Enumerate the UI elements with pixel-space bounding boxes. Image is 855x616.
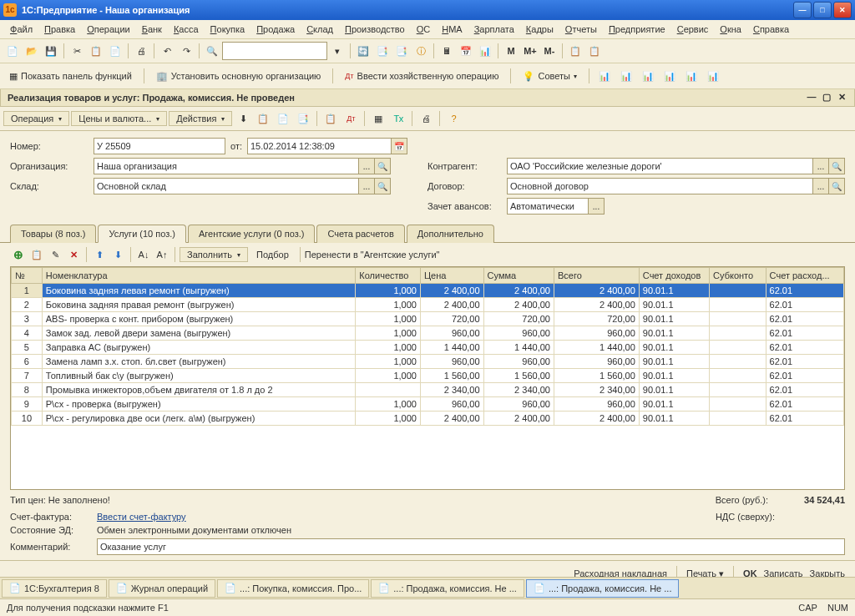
operation-dropdown[interactable]: Операция (3, 111, 69, 126)
task-item[interactable]: 📄...: Продажа, комиссия. Не ... (371, 579, 524, 598)
warehouse-select-button[interactable]: ... (359, 178, 375, 194)
task1-icon[interactable]: 📋 (566, 42, 584, 60)
open-icon[interactable]: 📂 (23, 42, 41, 60)
menu-правка[interactable]: Правка (39, 22, 80, 37)
menu-кадры[interactable]: Кадры (521, 22, 559, 37)
grid[interactable]: №НоменклатураКоличествоЦенаСуммаВсегоСче… (10, 266, 845, 490)
delete-row-button[interactable]: ✕ (65, 246, 82, 263)
doc-post-icon[interactable]: ⬇ (234, 109, 252, 128)
sort-desc-button[interactable]: A↑ (154, 246, 170, 263)
doc-struct-icon[interactable]: ▦ (369, 109, 387, 128)
menu-касса[interactable]: Касса (169, 22, 204, 37)
search-icon[interactable]: 🔍 (203, 42, 221, 60)
col-1[interactable]: Номенклатура (42, 268, 356, 284)
menu-сервис[interactable]: Сервис (672, 22, 714, 37)
menu-файл[interactable]: Файл (5, 22, 38, 37)
sort-asc-button[interactable]: A↓ (135, 246, 152, 263)
menu-производство[interactable]: Производство (340, 22, 410, 37)
col-4[interactable]: Сумма (483, 268, 554, 284)
task-item[interactable]: 📄...: Продажа, комиссия. Не ... (526, 579, 680, 598)
contract-field[interactable]: Основной договор (507, 178, 813, 194)
tab-3[interactable]: Счета расчетов (316, 225, 404, 243)
save-icon[interactable]: 💾 (42, 42, 60, 60)
tab-1[interactable]: Услуги (10 поз.) (98, 225, 186, 243)
doc-write-icon[interactable]: 📋 (254, 109, 272, 128)
col-0[interactable]: № (12, 268, 43, 284)
invoice-link[interactable]: Ввести счет-фактуру (97, 512, 186, 522)
tbx5-icon[interactable]: 📊 (682, 67, 701, 85)
redo-icon[interactable]: ↷ (177, 42, 195, 60)
undo-icon[interactable]: ↶ (158, 42, 176, 60)
menu-предприятие[interactable]: Предприятие (604, 22, 670, 37)
warehouse-open-button[interactable]: 🔍 (375, 178, 391, 194)
comment-field[interactable]: Оказание услуг (97, 538, 845, 555)
table-row[interactable]: 5Заправка АС (выгружен)1,0001 440,001 44… (12, 341, 844, 355)
actions-dropdown[interactable]: Действия (169, 111, 232, 126)
tab-4[interactable]: Дополнительно (407, 225, 494, 243)
menu-склад[interactable]: Склад (301, 22, 338, 37)
task-item[interactable]: 📄Журнал операций (109, 579, 215, 598)
doc-tx-icon[interactable]: Тх (389, 109, 407, 128)
form-icon[interactable]: 📑 (373, 42, 392, 60)
tbx6-icon[interactable]: 📊 (704, 67, 722, 85)
table-row[interactable]: 1Боковина задняя левая ремонт (выгружен)… (12, 284, 844, 298)
menu-отчеты[interactable]: Отчеты (560, 22, 602, 37)
table-row[interactable]: 4Замок зад. левой двери замена (выгружен… (12, 326, 844, 341)
menu-операции[interactable]: Операции (82, 22, 134, 37)
calendar-icon[interactable]: 📅 (457, 42, 475, 60)
doc-maximize-button[interactable]: ▢ (821, 92, 832, 104)
tips-button[interactable]: 💡Советы▾ (517, 68, 582, 85)
calendar-button[interactable]: 📅 (392, 138, 407, 154)
search-input[interactable] (222, 42, 327, 60)
copy-row-button[interactable]: 📋 (28, 246, 45, 263)
add-row-button[interactable]: ⊕ (10, 246, 27, 263)
menu-справка[interactable]: Справка (748, 22, 794, 37)
tbx4-icon[interactable]: 📊 (660, 67, 679, 85)
col-3[interactable]: Цена (420, 268, 483, 284)
select-button[interactable]: Подбор (256, 250, 289, 260)
menu-продажа[interactable]: Продажа (251, 22, 300, 37)
m-button[interactable]: M (502, 42, 520, 60)
col-2[interactable]: Количество (356, 268, 421, 284)
menu-нма[interactable]: НМА (437, 22, 467, 37)
set-org-button[interactable]: 🏢Установить основную организацию (150, 68, 327, 85)
tbx1-icon[interactable]: 📊 (595, 67, 614, 85)
task-item[interactable]: 📄...: Покупка, комиссия. Про... (217, 579, 369, 598)
doc-activity-icon[interactable]: 📄 (274, 109, 292, 128)
minimize-button[interactable]: — (793, 2, 812, 18)
close-button[interactable]: ✕ (833, 2, 852, 18)
doc-basedon-icon[interactable]: 📑 (294, 109, 312, 128)
prepay-select-button[interactable]: ... (589, 198, 605, 215)
enter-hozop-button[interactable]: ДтВвести хозяйственную операцию (339, 68, 504, 84)
doc-help-icon[interactable]: ? (444, 109, 463, 128)
org-field[interactable]: Наша организация (94, 158, 359, 174)
table-row[interactable]: 3ABS- проверка с конт. прибором (выгруже… (12, 312, 844, 326)
tbx2-icon[interactable]: 📊 (617, 67, 635, 85)
copy-icon[interactable]: 📋 (87, 42, 105, 60)
warehouse-field[interactable]: Основной склад (94, 178, 359, 194)
new-icon[interactable]: 📄 (3, 42, 22, 60)
col-8[interactable]: Счет расход... (766, 268, 843, 284)
form2-icon[interactable]: 📑 (392, 42, 411, 60)
doc-close-button[interactable]: ✕ (836, 92, 847, 104)
table-row[interactable]: 6Замена ламп з.х. стоп. бл.свет (выгруже… (12, 355, 844, 369)
menu-зарплата[interactable]: Зарплата (469, 22, 519, 37)
tab-2[interactable]: Агентские услуги (0 поз.) (188, 225, 315, 243)
task2-icon[interactable]: 📋 (585, 42, 604, 60)
tab-0[interactable]: Товары (8 поз.) (10, 225, 96, 243)
org-open-button[interactable]: 🔍 (375, 158, 391, 174)
table-row[interactable]: 9Р\сх - проверка (выгружен)1,000960,0096… (12, 397, 844, 412)
menu-окна[interactable]: Окна (715, 22, 746, 37)
table-row[interactable]: 7Топливный бак с\у (выгружен)1,0001 560,… (12, 369, 844, 383)
counterparty-open-button[interactable]: 🔍 (829, 158, 845, 174)
calc-icon[interactable]: 🖩 (438, 42, 456, 60)
number-field[interactable]: У 25509 (94, 138, 225, 154)
report-icon[interactable]: 📊 (476, 42, 494, 60)
menu-покупка[interactable]: Покупка (205, 22, 250, 37)
doc-dt-icon[interactable]: Дт (341, 109, 360, 128)
maximize-button[interactable]: □ (813, 2, 832, 18)
move-down-button[interactable]: ⬇ (109, 246, 126, 263)
contract-open-button[interactable]: 🔍 (829, 178, 845, 194)
prepay-field[interactable]: Автоматически (507, 198, 589, 215)
contract-select-button[interactable]: ... (813, 178, 829, 194)
